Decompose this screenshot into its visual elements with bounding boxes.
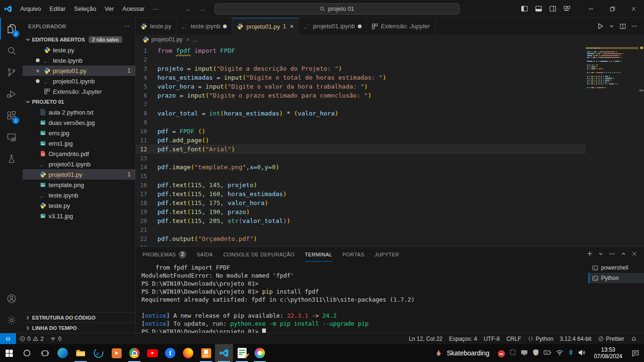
tray-display-icon[interactable]	[520, 349, 528, 358]
start-button[interactable]	[0, 344, 18, 362]
weather-widget[interactable]: Skateboarding	[429, 348, 494, 358]
taskbar-app-edge[interactable]	[54, 344, 72, 362]
menu-item-ver[interactable]: Ver	[100, 3, 118, 14]
panel-tab-console-de-depura--o[interactable]: CONSOLE DE DEPURAÇÃO	[223, 247, 295, 262]
tray-defender-icon[interactable]	[532, 349, 539, 357]
ports-status[interactable]: 0	[47, 333, 65, 344]
file-item-or-amdnto.pdf[interactable]: PDFOrçamdnto.pdf	[23, 148, 135, 159]
file-item-teste.py[interactable]: teste.py	[23, 200, 135, 211]
tab-projeto01.py[interactable]: projeto01.py1×	[232, 18, 298, 34]
code-line-11[interactable]: 11pdf.add_page()	[136, 136, 586, 145]
tab-close-icon[interactable]: ×	[290, 23, 294, 30]
menu-item-seleo[interactable]: Seleção	[70, 3, 100, 14]
menu-item-editar[interactable]: Editar	[45, 3, 70, 14]
file-item-teste.py[interactable]: teste.py	[23, 45, 135, 55]
code-line-20[interactable]: 20pdf.text(115, 205, str(valor_total))	[136, 216, 586, 225]
file-item-erro1.jpg[interactable]: erro1.jpg	[23, 138, 135, 148]
tray-bluetooth-icon[interactable]	[568, 349, 574, 357]
chevron-down-button[interactable]	[607, 21, 616, 32]
task-view-button[interactable]	[36, 344, 54, 362]
code-line-12[interactable]: 12pdf.set_font("Arial")	[136, 145, 586, 154]
tray-snip-icon[interactable]	[509, 349, 516, 357]
taskbar-app-media-player[interactable]	[107, 344, 125, 362]
taskbar-app-chrome[interactable]	[125, 344, 143, 362]
menu-overflow-ellipsis-icon[interactable]: ···	[149, 3, 163, 14]
terminal-instance-python[interactable]: Python	[588, 273, 644, 283]
taskbar-app-youtube[interactable]	[143, 344, 161, 362]
panel-tab-jupyter[interactable]: JUPYTER	[375, 247, 399, 262]
code-line-3[interactable]: 3projeto = input("Digite a descrição do …	[136, 64, 586, 73]
tray-volume-icon[interactable]	[578, 349, 586, 357]
ellipsis-button[interactable]	[609, 250, 616, 259]
file-item-projeto01.ipynb[interactable]: projeto01.ipynb	[23, 159, 135, 169]
status-language-mode[interactable]: Python	[524, 333, 556, 344]
code-line-13[interactable]: 13	[136, 154, 586, 163]
file-item-projeto01.ipynb[interactable]: projeto01.ipynb	[23, 76, 135, 86]
panel-tab-terminal[interactable]: TERMINAL	[305, 247, 332, 262]
problems-status[interactable]: 0 2	[16, 333, 47, 344]
tray-wifi-icon[interactable]	[556, 350, 563, 357]
layout-customize-button[interactable]	[560, 2, 574, 16]
panel-tab-sa-da[interactable]: SAÍDA	[197, 247, 213, 262]
split-editor-button[interactable]	[618, 21, 627, 32]
code-line-6[interactable]: 6prazo = input("Digite o prazo estimado …	[136, 91, 586, 100]
layout-sidebar-button[interactable]	[517, 2, 531, 16]
activity-item-remote-explorer[interactable]	[0, 126, 23, 148]
tray-focus-assist-icon[interactable]	[498, 349, 505, 358]
activity-item-testing[interactable]	[0, 148, 23, 170]
file-item-projeto01.py[interactable]: projeto01.py1	[23, 169, 135, 180]
file-item-v3.11.jpg[interactable]: v3.11.jpg	[23, 211, 135, 221]
folder-section-header[interactable]: PROJETO 01	[23, 97, 135, 107]
taskbar-clock[interactable]: 13:53 07/08/2024	[589, 346, 627, 360]
overview-ruler[interactable]	[638, 45, 644, 247]
taskbar-app-paint[interactable]	[251, 344, 269, 362]
code-line-22[interactable]: 22pdf.output("Orçamdnto.pdf")	[136, 234, 586, 243]
close-button[interactable]	[631, 251, 637, 258]
code-line-21[interactable]: 21	[136, 225, 586, 234]
unsaved-dot-icon[interactable]	[358, 25, 362, 28]
code-line-8[interactable]: 8valor_total = int(horas_estimadas) * (v…	[136, 109, 586, 118]
taskbar-app-notes[interactable]	[233, 344, 251, 362]
code-line-15[interactable]: 15	[136, 172, 586, 181]
status-python-interpreter[interactable]: 3.12.4 64-bit	[557, 333, 595, 344]
close-button[interactable]	[623, 0, 644, 18]
breadcrumb[interactable]: projeto01.py ...	[136, 34, 644, 45]
taskbar-app-internet-explorer[interactable]: e	[90, 344, 107, 362]
code-line-7[interactable]: 7	[136, 100, 586, 109]
activity-item-extensions[interactable]: 1	[0, 105, 23, 126]
code-line-14[interactable]: 14pdf.image("template.png",x=0,y=0)	[136, 163, 586, 172]
ellipsis-button[interactable]	[629, 21, 639, 32]
taskbar-app-vscode[interactable]	[215, 344, 233, 362]
file-item-extens-o--jupyter[interactable]: Extensão: Jupyter	[23, 86, 135, 97]
tray-battery-icon[interactable]	[544, 350, 552, 357]
unsaved-dot-icon[interactable]	[223, 25, 227, 28]
taskbar-app-pdf-reader[interactable]: PDF	[197, 344, 215, 362]
close-editor-icon[interactable]: ×	[34, 67, 41, 74]
code-editor[interactable]: 1from fpdf import FPDF23projeto = input(…	[136, 45, 586, 247]
code-line-2[interactable]: 2	[136, 55, 586, 64]
layout-secondary-button[interactable]	[545, 2, 560, 16]
section-linha-do-tempo[interactable]: LINHA DO TEMPO	[23, 322, 135, 333]
activity-item-run-debug[interactable]	[0, 83, 23, 105]
code-line-1[interactable]: 1from fpdf import FPDF	[136, 46, 586, 55]
taskbar-app-firefox[interactable]	[179, 344, 197, 362]
file-item-duas-vers-es.jpg[interactable]: duas versões.jpg	[23, 117, 135, 128]
activity-item-files[interactable]: 2	[0, 18, 23, 40]
scrollbar-thumb[interactable]	[639, 90, 644, 91]
file-item-teste.ipynb[interactable]: teste.ipynb	[23, 190, 135, 200]
code-line-9[interactable]: 9	[136, 118, 586, 127]
minimize-button[interactable]	[580, 0, 602, 18]
code-line-10[interactable]: 10pdf = FPDF ()	[136, 127, 586, 136]
minimap[interactable]	[586, 45, 638, 247]
code-line-4[interactable]: 4horas_estimadas = input("Digite o total…	[136, 73, 586, 82]
file-item-erro.jpg[interactable]: erro.jpg	[23, 128, 135, 138]
file-item-teste.ipynb[interactable]: teste.ipynb	[23, 55, 135, 66]
taskbar-app-facebook[interactable]: f	[161, 344, 179, 362]
breadcrumb-more[interactable]: ...	[193, 36, 198, 43]
activity-item-source-control[interactable]	[0, 61, 23, 83]
activity-item-settings-gear[interactable]	[0, 309, 23, 331]
tab-teste.ipynb[interactable]: teste.ipynb	[177, 18, 232, 34]
cortana-button[interactable]	[18, 344, 36, 362]
section-estrutura-do-c-digo[interactable]: ESTRUTURA DO CÓDIGO	[23, 312, 135, 322]
panel-tab-problemas[interactable]: PROBLEMAS2	[142, 247, 186, 262]
